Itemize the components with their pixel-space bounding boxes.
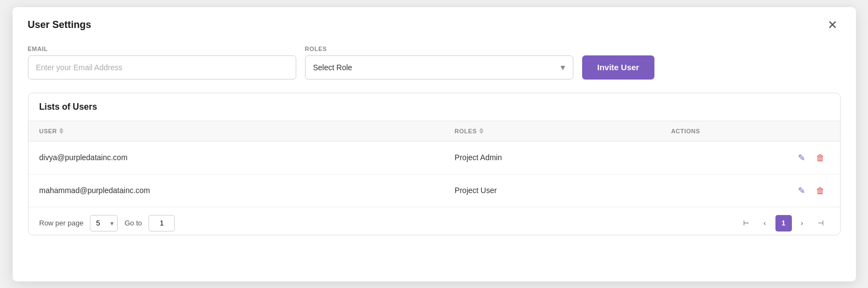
role-select[interactable]: Select Role Project Admin Project User V… — [305, 55, 573, 80]
user-role-cell: Project Admin — [444, 141, 660, 174]
rows-per-page-select[interactable]: 5 10 25 50 — [90, 215, 118, 231]
next-page-button[interactable]: › — [794, 215, 810, 231]
rows-per-page-label: Row per page — [39, 219, 84, 227]
users-card-title: Lists of Users — [39, 102, 97, 111]
user-actions-cell: ✎ 🗑 — [660, 174, 840, 207]
email-label: EMAIL — [28, 46, 296, 52]
page-1-button[interactable]: 1 — [775, 215, 792, 231]
goto-label: Go to — [124, 219, 142, 227]
rows-select-wrapper: 5 10 25 50 ▼ — [90, 215, 118, 231]
sort-icon-user — [59, 128, 64, 134]
role-select-wrapper: Select Role Project Admin Project User V… — [305, 55, 573, 80]
roles-label: ROLES — [305, 46, 573, 52]
users-card-header: Lists of Users — [28, 93, 840, 121]
table-row: divya@purpledatainc.com Project Admin ✎ … — [28, 141, 840, 174]
email-input[interactable] — [28, 55, 296, 80]
users-card: Lists of Users USER — [28, 93, 841, 235]
user-email-cell: mahammad@purpledatainc.com — [28, 174, 444, 207]
col-user: USER — [28, 121, 444, 142]
prev-page-button[interactable]: ‹ — [757, 215, 773, 231]
pagination-left: Row per page 5 10 25 50 ▼ Go to — [39, 215, 175, 231]
users-table: USER ROLES — [28, 121, 840, 207]
user-settings-modal: User Settings ✕ EMAIL ROLES Select Role … — [13, 7, 856, 281]
close-button[interactable]: ✕ — [824, 18, 841, 32]
table-header-row: USER ROLES — [28, 121, 840, 142]
edit-user-button[interactable]: ✎ — [794, 183, 809, 198]
delete-user-button[interactable]: 🗑 — [812, 151, 829, 165]
pagination-right: ⊢ ‹ 1 › ⊣ — [738, 215, 829, 231]
pagination-bar: Row per page 5 10 25 50 ▼ Go to ⊢ ‹ 1 › — [28, 207, 840, 235]
goto-input[interactable] — [148, 215, 175, 231]
users-tbody: divya@purpledatainc.com Project Admin ✎ … — [28, 141, 840, 207]
delete-user-button[interactable]: 🗑 — [812, 184, 829, 198]
edit-user-button[interactable]: ✎ — [794, 150, 809, 165]
last-page-button[interactable]: ⊣ — [813, 215, 829, 231]
invite-form: EMAIL ROLES Select Role Project Admin Pr… — [28, 46, 841, 80]
roles-field-group: ROLES Select Role Project Admin Project … — [305, 46, 573, 80]
col-roles: ROLES — [444, 121, 660, 142]
email-field-group: EMAIL — [28, 46, 296, 80]
col-actions: ACTIONS — [660, 121, 840, 142]
table-row: mahammad@purpledatainc.com Project User … — [28, 174, 840, 207]
modal-header: User Settings ✕ — [28, 18, 841, 32]
first-page-button[interactable]: ⊢ — [738, 215, 755, 231]
modal-title: User Settings — [28, 19, 91, 31]
user-email-cell: divya@purpledatainc.com — [28, 141, 444, 174]
user-actions-cell: ✎ 🗑 — [660, 141, 840, 174]
user-role-cell: Project User — [444, 174, 660, 207]
invite-user-button[interactable]: Invite User — [582, 55, 655, 80]
sort-icon-roles — [479, 128, 484, 134]
